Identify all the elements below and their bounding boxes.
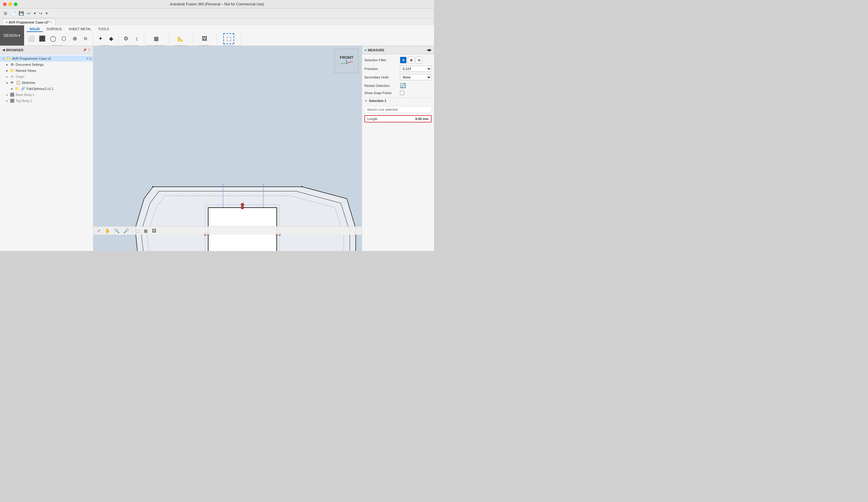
tree-item-basebody[interactable]: ▶ ⬛ Base Body:1 xyxy=(0,92,93,98)
construct-button[interactable]: ▦ xyxy=(152,34,161,43)
undo-dropdown[interactable]: ▾ xyxy=(32,10,37,16)
settings-icon[interactable]: ⚙ xyxy=(89,57,92,60)
maximize-button[interactable] xyxy=(14,2,18,6)
selection-filter-row: Selection Filter ⊞ ⊠ ⊟ xyxy=(364,57,432,63)
joint-button[interactable]: ⚙ xyxy=(121,34,131,43)
window-controls[interactable] xyxy=(3,2,18,6)
tree-expand-root[interactable]: ▼ xyxy=(1,56,6,61)
tree-item-origin[interactable]: ▶ ✛ Origin xyxy=(0,74,93,80)
undo-button[interactable]: ↩ xyxy=(26,10,32,16)
zoom-button[interactable]: 🔎 xyxy=(122,228,130,234)
selection-section-header: ▼ Selection 1 xyxy=(364,98,432,104)
design-label: DESIGN ▾ xyxy=(3,33,20,38)
topbody-label: Top Body:1 xyxy=(16,99,32,103)
tree-expand-origin[interactable]: ▶ xyxy=(5,74,10,79)
root-folder-icon: 📁 xyxy=(6,56,11,61)
tree-expand-namedviews[interactable]: ▶ xyxy=(5,68,10,73)
design-button[interactable]: DESIGN ▾ xyxy=(0,26,24,46)
selection-header-label: Selection 1 xyxy=(369,99,386,103)
redo-button[interactable]: ↪ xyxy=(38,10,44,16)
env-button[interactable]: 🖼 xyxy=(151,228,157,234)
restart-selection-button[interactable]: 🔄 xyxy=(400,83,406,88)
origin-label: Origin xyxy=(16,75,24,79)
grid-button[interactable]: ▦ xyxy=(143,228,149,234)
save-icon[interactable]: 💾 xyxy=(18,10,24,16)
revolve-button[interactable]: ◯ xyxy=(48,34,58,43)
secondary-units-select[interactable]: None xyxy=(400,74,432,80)
redo-dropdown[interactable]: ▾ xyxy=(44,10,49,16)
extrude-button[interactable]: ⬛ xyxy=(37,34,47,43)
grid-icon[interactable]: ⊞ xyxy=(2,10,8,16)
filter-icons: ⊞ ⊠ ⊟ xyxy=(400,57,422,63)
tree-item-root[interactable]: ▼ 📁 AVR Programmer Case v3 👁 ⚙ xyxy=(0,56,93,61)
select-button[interactable]: ⬚ xyxy=(223,33,234,44)
precision-select[interactable]: 0.123 xyxy=(400,66,432,72)
minimize-button[interactable] xyxy=(8,2,12,6)
svg-text:z: z xyxy=(346,60,347,61)
show-snap-checkbox[interactable] xyxy=(400,91,404,95)
panel-collapse-icon[interactable]: ◀ xyxy=(2,48,5,52)
viewport[interactable]: 1 FRONT xyxy=(93,46,362,251)
tree-item-sketches[interactable]: ▶ 👁 📋 Sketches xyxy=(0,80,93,86)
fit-screen-button[interactable]: ⤢ xyxy=(96,228,102,234)
filter-all-button[interactable]: ⊞ xyxy=(400,57,406,63)
measure-content: Selection Filter ⊞ ⊠ ⊟ Precision 0.123 S… xyxy=(362,54,434,251)
sweep-button[interactable]: ⬡ xyxy=(59,34,69,43)
tab-sheetmetal[interactable]: SHEET METAL xyxy=(66,27,94,32)
precision-row: Precision 0.123 xyxy=(364,66,432,72)
press-pull-button[interactable]: ✦ xyxy=(95,34,105,43)
tab-surface[interactable]: SURFACE xyxy=(43,27,65,32)
tab-tools[interactable]: TOOLS xyxy=(95,27,112,32)
filter-edge-button[interactable]: ⊠ xyxy=(408,57,414,63)
tree-expand-basebody[interactable]: ▶ xyxy=(5,92,10,97)
eye-icon[interactable]: 👁 xyxy=(86,57,89,60)
pan-button[interactable]: ✋ xyxy=(104,228,111,234)
basebody-icon: ⬛ xyxy=(10,92,14,97)
svg-point-16 xyxy=(241,203,244,206)
svg-point-10 xyxy=(241,206,244,209)
axis-indicator: x y z xyxy=(341,60,353,66)
insert-button[interactable]: 🖼 xyxy=(200,34,209,43)
selection-collapse-icon[interactable]: ▼ xyxy=(364,99,368,103)
title-bar: Autodesk Fusion 360 (Personal – Not for … xyxy=(0,0,434,8)
show-snap-row: Show Snap Points xyxy=(364,91,432,95)
browser-content: ▼ 📁 AVR Programmer Case v3 👁 ⚙ ▶ ⚙ Docum… xyxy=(0,54,93,251)
browser-pin[interactable]: 📌 xyxy=(83,48,86,52)
toolbar-group-select: ⬚ SELECT ▾ xyxy=(217,33,241,48)
tab-solid[interactable]: SOLID xyxy=(27,27,43,32)
tree-item-topbody[interactable]: ▶ ⬛ Top Body:1 xyxy=(0,98,93,104)
nav-cube[interactable]: FRONT x y z xyxy=(334,49,359,73)
filter-face-button[interactable]: ⊟ xyxy=(416,57,422,63)
tree-expand-sketches[interactable]: ▶ xyxy=(5,80,10,85)
document-tab[interactable]: ● AVR Programmer Case v3* × xyxy=(2,19,55,26)
fx-button[interactable]: fx xyxy=(81,34,90,43)
tree-expand-topbody[interactable]: ▶ xyxy=(5,98,10,103)
close-button[interactable] xyxy=(3,2,7,6)
tab-label: AVR Programmer Case v3* xyxy=(9,21,49,24)
browser-panel: ◀ BROWSER 📌 ⋮ ▼ 📁 AVR Programmer Case v3… xyxy=(0,46,93,251)
browser-more[interactable]: ⋮ xyxy=(88,48,91,52)
toolbar-group-create: ⬜ ⬛ ◯ ⬡ ⊕ fx CREATE ▾ xyxy=(24,33,93,48)
loft-button[interactable]: ⊕ xyxy=(70,34,80,43)
measure-expand-icon[interactable]: ◀▶ xyxy=(427,48,432,52)
new-component-button[interactable]: ⬜ xyxy=(27,34,36,43)
assemble-btn2[interactable]: ↕ xyxy=(132,34,142,43)
tree-expand-faboptimus[interactable]: ▶ xyxy=(10,86,14,91)
tree-item-doc-settings[interactable]: ▶ ⚙ Document Settings xyxy=(0,61,93,68)
topbody-icon: ⬛ xyxy=(10,98,14,103)
origin-icon: ✛ xyxy=(10,74,14,79)
tree-item-faboptimus[interactable]: ▶ 📁 🔗 FabOptimus2 v1:1 xyxy=(0,86,93,92)
display-mode-button[interactable]: ⬚ xyxy=(134,228,141,234)
file-icon[interactable]: 📄 xyxy=(10,10,16,16)
faboptimus-label: FabOptimus2 v1:1 xyxy=(27,87,54,90)
inspect-button[interactable]: 📐 xyxy=(176,34,185,43)
tree-item-named-views[interactable]: ▶ 📁 Named Views xyxy=(0,68,93,74)
tree-expand-docsettings[interactable]: ▶ xyxy=(5,62,10,67)
tab-close-icon[interactable]: × xyxy=(50,21,52,24)
divider: | xyxy=(132,229,133,233)
toolbar-group-insert: 🖼 INSERT ▾ xyxy=(193,33,217,48)
svg-text:y: y xyxy=(341,62,342,65)
tab-icon: ● xyxy=(6,21,8,24)
orbit-button[interactable]: 🔍 xyxy=(113,228,121,234)
fillet-button[interactable]: ◆ xyxy=(106,34,116,43)
